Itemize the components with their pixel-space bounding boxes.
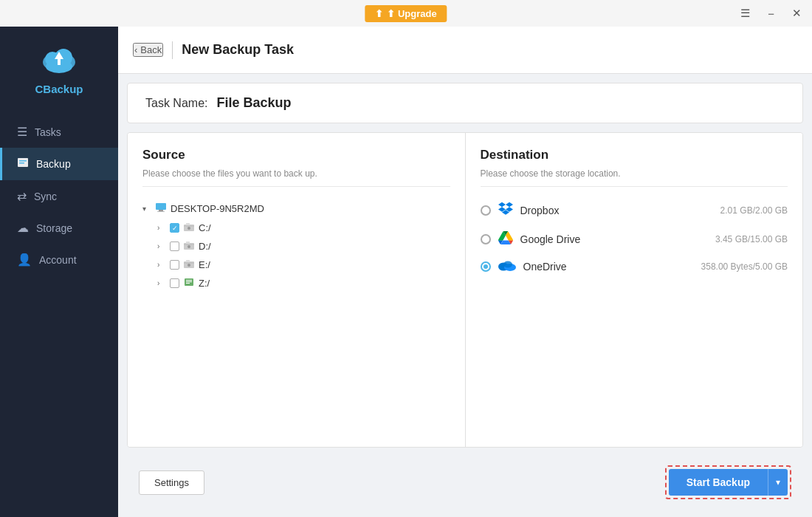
z-label: Z:/: [199, 278, 210, 289]
e-label: E:/: [199, 259, 210, 270]
svg-rect-7: [19, 162, 24, 164]
sync-icon: ⇄: [17, 189, 27, 203]
divider: [172, 41, 173, 59]
source-subtitle: Please choose the files you want to back…: [142, 168, 450, 187]
taskname-label: Task Name:: [145, 97, 207, 110]
root-pc-icon: [155, 202, 167, 216]
upgrade-label: ⬆ Upgrade: [387, 8, 436, 19]
svg-rect-23: [186, 283, 190, 284]
dest-item-gdrive[interactable]: Google Drive 3.45 GB/15.00 GB: [481, 231, 788, 247]
sidebar-item-account[interactable]: 👤 Account: [0, 244, 118, 275]
taskname-bar: Task Name: File Backup: [127, 83, 803, 123]
tree-row-c: › C:/: [142, 219, 450, 237]
svg-rect-9: [159, 210, 163, 211]
tree-root-row: ▾ DESKTOP-9N5R2MD: [142, 199, 450, 219]
root-label: DESKTOP-9N5R2MD: [171, 203, 264, 214]
d-drive-icon: [183, 240, 195, 253]
z-chevron[interactable]: ›: [157, 279, 166, 287]
back-label: Back: [140, 44, 162, 55]
settings-button[interactable]: Settings: [139, 470, 204, 495]
root-chevron[interactable]: ▾: [142, 205, 151, 213]
svg-point-12: [187, 227, 190, 230]
back-button[interactable]: ‹ Back: [133, 43, 163, 57]
close-button[interactable]: ✕: [788, 5, 806, 21]
e-checkbox[interactable]: [170, 260, 179, 270]
window-controls: ☰ − ✕: [736, 5, 806, 21]
logo-icon: [38, 38, 80, 80]
dropbox-size: 2.01 GB/2.00 GB: [720, 205, 788, 216]
dest-title: Destination: [481, 148, 788, 162]
gdrive-icon: [498, 231, 513, 247]
back-chevron: ‹: [134, 44, 137, 55]
taskname-value: File Backup: [216, 95, 291, 111]
panels: Source Please choose the files you want …: [127, 132, 803, 448]
sidebar-item-backup-label: Backup: [36, 158, 71, 170]
logo-area: CBackup: [35, 38, 83, 95]
bottombar: Settings Start Backup ▾: [127, 456, 803, 508]
svg-rect-10: [157, 211, 165, 212]
onedrive-size: 358.00 Bytes/5.00 GB: [701, 261, 788, 272]
dropbox-icon: [498, 202, 513, 219]
sidebar-item-tasks[interactable]: ☰ Tasks: [0, 116, 118, 148]
source-panel: Source Please choose the files you want …: [128, 133, 466, 447]
svg-rect-6: [19, 160, 27, 162]
d-label: D:/: [199, 241, 211, 252]
e-drive-icon: [183, 258, 195, 271]
svg-point-18: [187, 264, 190, 267]
dest-item-dropbox[interactable]: Dropbox 2.01 GB/2.00 GB: [481, 202, 788, 219]
c-drive-icon: [183, 222, 195, 234]
source-title: Source: [142, 148, 450, 162]
sidebar-item-storage-label: Storage: [36, 222, 72, 234]
minimize-button[interactable]: −: [763, 6, 779, 21]
d-checkbox[interactable]: [170, 242, 179, 251]
gdrive-radio[interactable]: [481, 234, 491, 244]
d-chevron[interactable]: ›: [157, 242, 166, 250]
storage-icon: ☁: [17, 221, 29, 235]
file-tree: ▾ DESKTOP-9N5R2MD › C:/: [142, 199, 450, 432]
sidebar-item-tasks-label: Tasks: [35, 126, 61, 138]
onedrive-radio[interactable]: [481, 261, 491, 272]
e-chevron[interactable]: ›: [157, 261, 166, 269]
menu-button[interactable]: ☰: [736, 5, 754, 21]
onedrive-name: OneDrive: [523, 261, 694, 273]
sidebar-item-backup[interactable]: Backup: [0, 148, 118, 180]
svg-rect-13: [186, 223, 190, 225]
logo-c: C: [35, 83, 43, 95]
svg-rect-8: [156, 203, 166, 210]
topbar: ‹ Back New Backup Task: [118, 27, 812, 74]
c-chevron[interactable]: ›: [157, 224, 166, 232]
start-backup-dropdown-button[interactable]: ▾: [768, 469, 788, 496]
sidebar: CBackup ☰ Tasks Backup ⇄ Sync ☁ Storage …: [0, 27, 118, 517]
dropbox-radio[interactable]: [481, 205, 491, 216]
tree-row-z: › Z:/: [142, 274, 450, 292]
start-backup-wrap: Start Backup ▾: [665, 465, 791, 499]
start-backup-button[interactable]: Start Backup: [669, 469, 768, 496]
dropbox-name: Dropbox: [520, 205, 713, 216]
account-icon: 👤: [17, 253, 32, 267]
dest-item-onedrive[interactable]: OneDrive 358.00 Bytes/5.00 GB: [481, 259, 788, 274]
sidebar-item-account-label: Account: [39, 254, 77, 266]
svg-rect-22: [186, 281, 192, 282]
svg-rect-19: [186, 260, 190, 262]
destination-panel: Destination Please choose the storage lo…: [466, 133, 803, 447]
dest-list: Dropbox 2.01 GB/2.00 GB: [481, 202, 788, 274]
sidebar-item-storage[interactable]: ☁ Storage: [0, 212, 118, 244]
svg-point-26: [503, 261, 512, 268]
page-title: New Backup Task: [182, 42, 294, 58]
c-checkbox[interactable]: [170, 223, 179, 233]
svg-rect-21: [186, 280, 192, 281]
z-checkbox[interactable]: [170, 278, 179, 288]
tree-row-e: › E:/: [142, 256, 450, 274]
tasks-icon: ☰: [17, 125, 27, 139]
upgrade-button[interactable]: ⬆ ⬆ Upgrade: [365, 5, 447, 22]
sidebar-item-sync[interactable]: ⇄ Sync: [0, 180, 118, 212]
backup-icon: [17, 157, 29, 171]
gdrive-name: Google Drive: [520, 233, 708, 245]
onedrive-icon: [498, 259, 516, 274]
titlebar: ⬆ ⬆ Upgrade ☰ − ✕: [0, 0, 812, 27]
dest-subtitle: Please choose the storage location.: [481, 168, 788, 187]
sidebar-item-sync-label: Sync: [34, 191, 57, 202]
app-body: CBackup ☰ Tasks Backup ⇄ Sync ☁ Storage …: [0, 27, 812, 517]
logo-rest: Backup: [43, 83, 83, 95]
tree-row-d: › D:/: [142, 237, 450, 256]
